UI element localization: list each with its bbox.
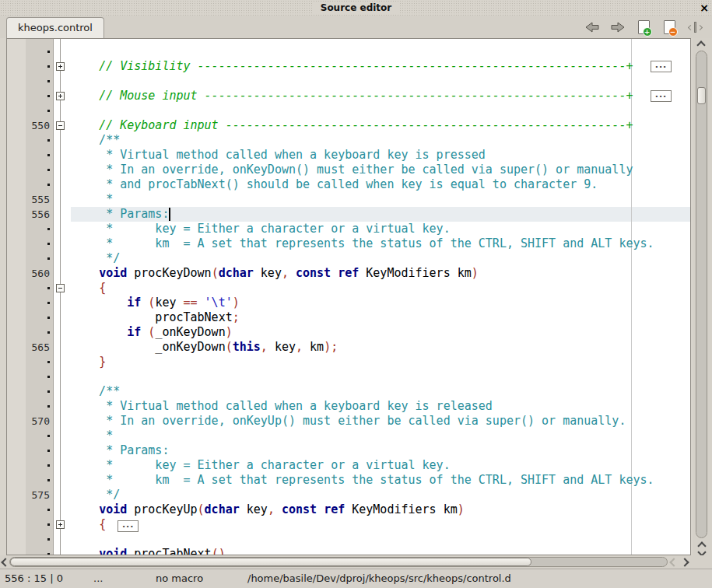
gutter-bookmark-band [7,39,26,555]
gutter-dot [26,281,53,296]
caret-position: 556 : 15 | 0 [5,569,63,588]
code-line[interactable]: * key = Either a character or a virtual … [71,458,690,473]
scroll-up-icon[interactable] [696,40,705,49]
gutter-dot [26,532,53,547]
gutter-dot [26,89,53,103]
code-line[interactable]: procTabNext; [71,310,690,325]
gutter-dot [26,473,53,488]
code-line[interactable]: } [71,355,690,369]
gutter-dot [26,133,53,148]
hscroll-track[interactable] [9,557,668,567]
vscroll-thumb[interactable] [697,87,706,104]
back-arrow-icon [585,22,599,33]
fold-expand-box[interactable] [56,92,65,100]
code-line[interactable] [71,44,690,59]
new-document-button[interactable]: + [636,20,651,34]
close-document-button[interactable]: − [661,20,677,34]
close-icon[interactable]: × [700,1,709,15]
minus-badge-icon: − [668,27,678,37]
source-editor-window: Source editor × kheops.control + [0,0,712,588]
code-line[interactable]: */ [71,488,690,502]
gutter-dot [26,74,53,89]
titlebar[interactable]: Source editor × [0,0,712,16]
fold-collapse-box[interactable] [56,121,65,130]
line-number: 565 [26,340,53,355]
code-line[interactable]: if (key == '\t') [71,296,690,310]
code-line[interactable]: * [71,429,690,443]
gutter-dot [26,547,53,555]
code-line[interactable]: {... [71,517,690,532]
gutter-dot [26,177,53,192]
code-line[interactable]: * Params: [71,443,690,458]
code-line[interactable]: * In an override, onKeyDown() must eithe… [71,163,690,177]
code-line[interactable]: * In an override, onKeyUp() must either … [71,414,690,429]
macro-state: no macro [156,569,203,588]
scroll-left-icon[interactable] [1,558,9,566]
code-line[interactable]: /** [71,133,690,148]
code-line[interactable]: void procTabNext() [71,547,690,555]
line-number: 555 [26,192,53,207]
gutter-dot [26,458,53,473]
line-number: 570 [26,414,53,429]
detach-splitter-button[interactable] [687,20,703,34]
gutter-dot [26,59,53,74]
gutter-dot [26,517,53,532]
code-line[interactable]: void procKeyUp(dchar key, const ref KeyM… [71,502,690,517]
horizontal-scrollbar[interactable] [0,555,712,569]
code-line[interactable]: * [71,192,690,207]
fold-expand-box[interactable] [56,520,65,529]
fold-collapse-box[interactable] [56,284,65,292]
forward-arrow-icon [611,22,625,33]
scroll-right-icon[interactable] [680,558,689,566]
fold-tree-line [60,39,61,555]
gutter-dot [26,429,53,443]
code-line[interactable] [71,369,690,384]
code-line[interactable]: /** [71,384,690,399]
collapsed-fold-box[interactable]: ... [117,520,139,532]
code-editor[interactable]: 550555556560565570575 // Visibility ----… [6,38,691,555]
code-line[interactable]: * Virtual method called when a keyboard … [71,399,690,414]
code-line[interactable]: // Mouse input -------------------------… [71,89,690,103]
new-document-icon: + [638,20,650,34]
file-path: /home/basile/Dev/dproj/kheops/src/kheops… [247,569,511,588]
gutter-dot [26,369,53,384]
code-line[interactable]: * km = A set that represents the status … [71,473,690,488]
tab-kheops-control[interactable]: kheops.control [6,17,104,38]
code-line[interactable]: { [71,281,690,296]
code-line[interactable]: // Keyboard input ----------------------… [71,118,690,133]
gutter-dot [26,251,53,266]
gutter-dot [26,384,53,399]
gutter-dot [26,310,53,325]
code-line[interactable] [71,74,690,89]
code-line[interactable]: * and procTabNext() should be called whe… [71,177,690,192]
gutter-dot [26,44,53,59]
close-document-icon: − [664,20,675,34]
gutter-dot [26,148,53,163]
code-line[interactable]: _onKeyDown(this, key, km); [71,340,690,355]
line-number: 560 [26,266,53,281]
vertical-scrollbar[interactable] [693,38,712,555]
line-number: 556 [26,207,53,222]
line-number: 550 [26,118,53,133]
status-bar: 556 : 15 | 0 ... no macro /home/basile/D… [0,569,712,588]
code-line[interactable]: // Visibility --------------------------… [71,59,690,74]
code-line[interactable]: void procKeyDown(dchar key, const ref Ke… [71,266,690,281]
fold-expand-box[interactable] [56,62,65,71]
gutter-dot [26,236,53,251]
nav-back-button[interactable] [584,20,600,34]
fold-margin[interactable] [54,39,71,555]
hscroll-thumb[interactable] [10,558,531,566]
code-line[interactable] [71,532,690,547]
code-line[interactable]: */ [71,251,690,266]
code-line[interactable]: if (_onKeyDown) [71,325,690,340]
vscroll-track[interactable] [696,51,707,538]
code-line[interactable]: * Virtual method called when a keyboard … [71,148,690,163]
code-line[interactable]: * km = A set that represents the status … [71,236,690,251]
gutter-dot [26,222,53,236]
tab-label: kheops.control [18,22,93,33]
nav-forward-button[interactable] [610,20,626,34]
code-line[interactable]: * Params: [71,207,690,222]
scroll-left-icon[interactable] [669,558,678,566]
code-line[interactable]: * key = Either a character or a virtual … [71,222,690,236]
code-line[interactable] [71,103,690,118]
